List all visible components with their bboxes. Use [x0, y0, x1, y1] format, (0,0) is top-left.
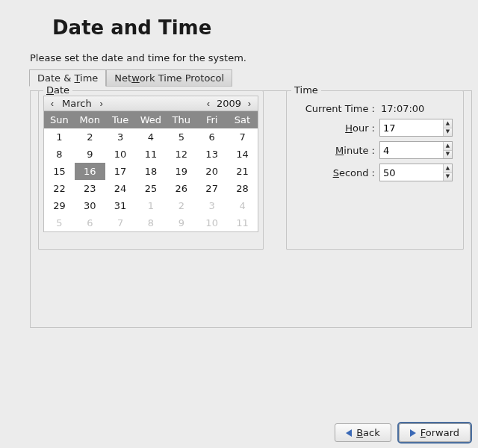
calendar-day[interactable]: 5 [44, 214, 75, 231]
calendar-day[interactable]: 12 [166, 146, 196, 163]
settings-panel: Date ‹ March › ‹ 2009 › SunMonTueWedThuF… [30, 90, 472, 328]
calendar-day[interactable]: 27 [196, 180, 227, 197]
calendar-day[interactable]: 11 [136, 146, 167, 163]
page-title: Date and Time [52, 16, 478, 39]
calendar-day[interactable]: 15 [44, 163, 75, 180]
hour-input[interactable] [380, 119, 443, 136]
calendar-header: ‹ March › ‹ 2009 › [44, 96, 258, 111]
forward-button[interactable]: Forward [399, 423, 471, 442]
calendar-day[interactable]: 3 [105, 128, 136, 146]
calendar-day[interactable]: 10 [196, 214, 227, 231]
instruction-text: Please set the date and time for the sys… [30, 52, 478, 63]
calendar-dow: Mon [75, 111, 105, 128]
calendar-day[interactable]: 8 [136, 214, 167, 231]
calendar-day[interactable]: 4 [227, 197, 258, 214]
tab-date-time[interactable]: Date & Time [29, 69, 106, 87]
calendar-day[interactable]: 21 [227, 163, 258, 180]
time-groupbox: Time Current Time : 17:07:00 Hour : ▲ ▼ [286, 90, 464, 250]
back-button[interactable]: Back [335, 423, 391, 442]
calendar-day[interactable]: 26 [166, 180, 196, 197]
minute-label: Minute : [297, 145, 379, 156]
calendar-day[interactable]: 10 [105, 146, 136, 163]
date-groupbox: Date ‹ March › ‹ 2009 › SunMonTueWedThuF… [38, 90, 264, 250]
second-spinner[interactable]: ▲ ▼ [379, 164, 453, 181]
prev-month-icon[interactable]: ‹ [47, 98, 58, 109]
calendar-day[interactable]: 14 [227, 146, 258, 163]
calendar-day[interactable]: 7 [105, 214, 136, 231]
calendar-day[interactable]: 2 [166, 197, 196, 214]
calendar-day[interactable]: 17 [105, 163, 136, 180]
prev-year-icon[interactable]: ‹ [203, 98, 214, 109]
hour-up-icon[interactable]: ▲ [444, 119, 452, 128]
calendar-dow: Thu [166, 111, 196, 128]
calendar-day[interactable]: 2 [75, 128, 105, 146]
current-time-value: 17:07:00 [381, 103, 424, 114]
calendar-day[interactable]: 16 [75, 163, 105, 180]
calendar-day[interactable]: 28 [227, 180, 258, 197]
calendar-day[interactable]: 23 [75, 180, 105, 197]
calendar-day[interactable]: 25 [136, 180, 167, 197]
calendar-day[interactable]: 3 [196, 197, 227, 214]
calendar-day[interactable]: 7 [227, 128, 258, 146]
hour-spinner[interactable]: ▲ ▼ [379, 119, 453, 137]
calendar: ‹ March › ‹ 2009 › SunMonTueWedThuFriSat… [43, 96, 258, 232]
calendar-dow: Sun [44, 111, 75, 128]
calendar-day[interactable]: 6 [75, 214, 105, 231]
calendar-dow: Fri [196, 111, 227, 128]
tab-row: Date & Time Network Time Protocol [29, 69, 472, 86]
next-year-icon[interactable]: › [244, 98, 255, 109]
second-input[interactable] [380, 164, 443, 181]
second-up-icon[interactable]: ▲ [444, 164, 452, 173]
calendar-day[interactable]: 13 [196, 146, 227, 163]
calendar-day[interactable]: 20 [196, 163, 227, 180]
next-month-icon[interactable]: › [96, 98, 107, 109]
calendar-day[interactable]: 6 [196, 128, 227, 146]
time-legend: Time [291, 84, 321, 96]
calendar-day[interactable]: 8 [44, 146, 75, 163]
calendar-day[interactable]: 19 [166, 163, 196, 180]
calendar-day[interactable]: 18 [136, 163, 167, 180]
footer-buttons: Back Forward [335, 423, 471, 442]
current-time-label: Current Time : [297, 103, 379, 114]
hour-label: Hour : [297, 122, 379, 134]
calendar-grid: SunMonTueWedThuFriSat 123456789101112131… [44, 111, 258, 231]
minute-down-icon[interactable]: ▼ [444, 151, 452, 159]
calendar-day[interactable]: 5 [166, 128, 196, 146]
calendar-day[interactable]: 4 [136, 128, 167, 146]
minute-spinner[interactable]: ▲ ▼ [379, 141, 453, 159]
calendar-dow: Wed [136, 111, 167, 128]
calendar-day[interactable]: 9 [75, 146, 105, 163]
calendar-day[interactable]: 11 [227, 214, 258, 231]
calendar-day[interactable]: 29 [44, 197, 75, 214]
calendar-month[interactable]: March [58, 98, 96, 109]
tab-ntp[interactable]: Network Time Protocol [106, 69, 232, 87]
calendar-day[interactable]: 30 [75, 197, 105, 214]
arrow-left-icon [346, 429, 352, 437]
second-down-icon[interactable]: ▼ [444, 173, 452, 181]
calendar-year[interactable]: 2009 [214, 98, 244, 109]
minute-input[interactable] [380, 142, 443, 158]
calendar-day[interactable]: 1 [44, 128, 75, 146]
hour-down-icon[interactable]: ▼ [444, 128, 452, 137]
calendar-day[interactable]: 1 [136, 197, 167, 214]
calendar-day[interactable]: 31 [105, 197, 136, 214]
calendar-dow: Sat [227, 111, 258, 128]
minute-up-icon[interactable]: ▲ [444, 142, 452, 151]
second-label: Second : [297, 167, 379, 178]
calendar-day[interactable]: 24 [105, 180, 136, 197]
calendar-day[interactable]: 22 [44, 180, 75, 197]
arrow-right-icon [410, 429, 416, 437]
calendar-day[interactable]: 9 [166, 214, 196, 231]
calendar-dow: Tue [105, 111, 136, 128]
